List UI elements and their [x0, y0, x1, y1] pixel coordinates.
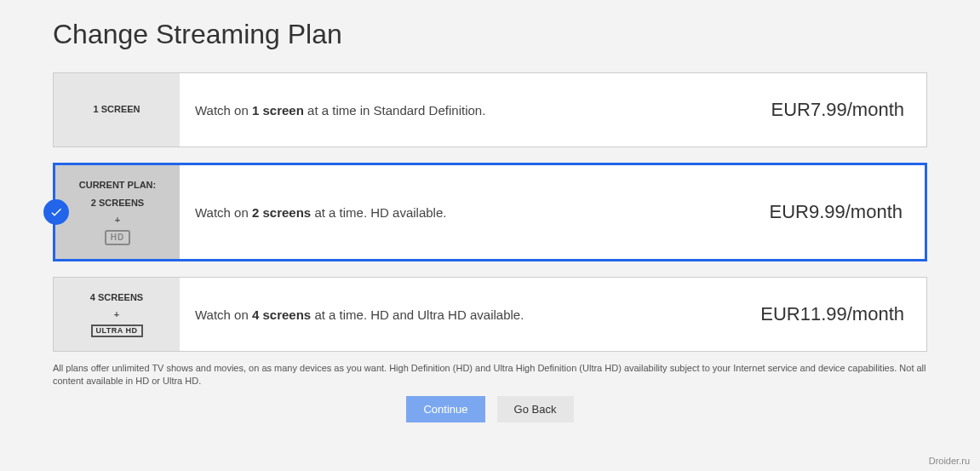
plan-description: Watch on 2 screens at a time. HD availab… — [180, 165, 769, 259]
ultra-hd-badge-icon: ULTRA HD — [91, 325, 143, 337]
current-plan-label: CURRENT PLAN: — [79, 179, 156, 192]
desc-pre: Watch on — [195, 307, 252, 322]
plan-left-label: CURRENT PLAN: 2 SCREENS + HD — [55, 165, 180, 259]
page-title: Change Streaming Plan — [53, 19, 927, 50]
selected-check-icon — [43, 199, 69, 225]
plan-description: Watch on 1 screen at a time in Standard … — [180, 73, 771, 146]
plus-sign: + — [114, 308, 119, 321]
desc-post: at a time. HD and Ultra HD available. — [311, 307, 524, 322]
desc-bold: 2 screens — [252, 205, 311, 220]
plan-screens-label: 2 SCREENS — [91, 197, 144, 210]
desc-post: at a time. HD available. — [311, 205, 446, 220]
plan-left-label: 4 SCREENS + ULTRA HD — [54, 278, 180, 351]
plan-price: EUR11.99/month — [760, 278, 926, 351]
desc-bold: 1 screen — [252, 103, 304, 118]
plan-price: EUR7.99/month — [771, 73, 926, 146]
desc-bold: 4 screens — [252, 307, 311, 322]
plan-option-4screens[interactable]: 4 SCREENS + ULTRA HD Watch on 4 screens … — [53, 277, 927, 352]
watermark-text: Droider.ru — [929, 456, 970, 466]
plus-sign: + — [115, 214, 120, 227]
plan-description: Watch on 4 screens at a time. HD and Ult… — [180, 278, 760, 351]
hd-badge-icon: HD — [105, 230, 130, 245]
desc-pre: Watch on — [195, 103, 252, 118]
plan-option-1screen[interactable]: 1 SCREEN Watch on 1 screen at a time in … — [53, 72, 927, 147]
go-back-button[interactable]: Go Back — [497, 396, 574, 422]
plan-price: EUR9.99/month — [769, 165, 925, 259]
desc-pre: Watch on — [195, 205, 252, 220]
plan-left-label: 1 SCREEN — [54, 73, 180, 146]
plan-disclaimer: All plans offer unlimited TV shows and m… — [53, 362, 927, 388]
plan-option-2screens[interactable]: CURRENT PLAN: 2 SCREENS + HD Watch on 2 … — [53, 163, 927, 261]
continue-button[interactable]: Continue — [406, 396, 484, 422]
plan-screens-label: 1 SCREEN — [93, 103, 140, 116]
desc-post: at a time in Standard Definition. — [304, 103, 485, 118]
plan-screens-label: 4 SCREENS — [90, 291, 143, 304]
